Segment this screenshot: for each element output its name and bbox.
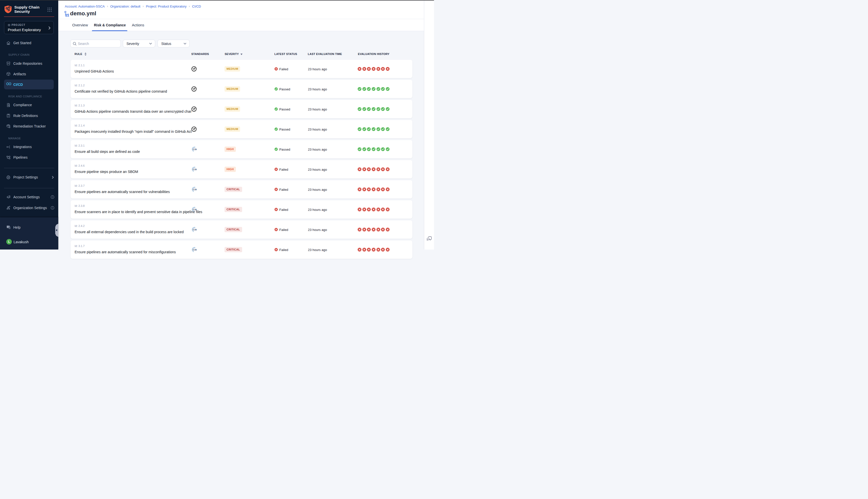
svg-text:CIS: CIS xyxy=(193,208,197,211)
svg-text:CIS: CIS xyxy=(193,188,197,191)
svg-text:CIS: CIS xyxy=(193,248,197,250)
svg-text:CIS: CIS xyxy=(193,168,197,171)
svg-text:CIS: CIS xyxy=(193,228,197,231)
svg-text:?: ? xyxy=(8,226,9,228)
svg-text:CIS: CIS xyxy=(193,148,197,150)
